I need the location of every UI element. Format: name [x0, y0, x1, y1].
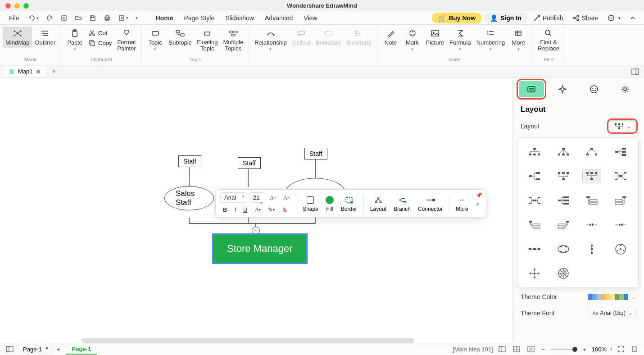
paste-button[interactable]: Paste: [64, 27, 86, 53]
close-window[interactable]: [5, 3, 11, 9]
cut-button[interactable]: Cut: [86, 28, 114, 37]
decrease-font-button[interactable]: A−: [281, 192, 292, 203]
layout-opt-12[interactable]: [612, 194, 630, 207]
picture-button[interactable]: Picture: [423, 27, 447, 48]
more-insert-button[interactable]: More: [508, 27, 529, 53]
add-tab-button[interactable]: +: [49, 67, 59, 76]
layout-opt-2[interactable]: [554, 145, 572, 159]
layout-opt-11[interactable]: [583, 194, 601, 207]
layout-opt-21[interactable]: [526, 267, 544, 280]
pin-icon[interactable]: 📌: [476, 192, 482, 198]
theme-color-swatch[interactable]: [588, 294, 628, 300]
layout-opt-16[interactable]: [612, 218, 630, 232]
mindmap-view-button[interactable]: MindMap: [3, 27, 32, 48]
new-button[interactable]: [58, 13, 70, 23]
document-tab-map1[interactable]: Map1: [4, 66, 45, 77]
panel-tab-icons[interactable]: [581, 81, 607, 97]
layout-opt-6[interactable]: [554, 169, 572, 183]
summary-button[interactable]: Summary: [344, 27, 374, 48]
font-size-select[interactable]: 21: [249, 192, 265, 203]
find-replace-button[interactable]: Find & Replace: [535, 27, 562, 54]
open-button[interactable]: [72, 13, 85, 23]
panel-tab-style[interactable]: [550, 81, 576, 97]
layout-opt-22[interactable]: [554, 267, 572, 280]
numbering-button[interactable]: 12Numbering: [474, 27, 508, 53]
ft-expand-button[interactable]: ◢: [473, 200, 481, 207]
copy-button[interactable]: Copy: [86, 38, 114, 47]
bold-button[interactable]: B: [220, 205, 230, 214]
shape-button[interactable]: Shape: [300, 194, 321, 213]
menu-file[interactable]: File: [5, 13, 24, 23]
save-button[interactable]: [86, 13, 99, 23]
add-page-button[interactable]: +: [55, 345, 62, 354]
increase-font-button[interactable]: A+: [267, 192, 279, 203]
zoom-slider[interactable]: [550, 349, 577, 350]
horizontal-scrollbar[interactable]: [81, 338, 414, 343]
border-button[interactable]: Border: [338, 194, 360, 213]
collapse-toggle[interactable]: −: [252, 227, 260, 235]
relationship-button[interactable]: Relationship: [252, 27, 290, 53]
italic-button[interactable]: I: [231, 205, 239, 214]
layout-opt-17[interactable]: [526, 242, 544, 256]
sign-in-button[interactable]: 👤 Sign In: [484, 13, 528, 23]
canvas[interactable]: Staff Staff Staff Sales Staff − Store Ma…: [0, 78, 512, 343]
minimize-window[interactable]: [14, 3, 20, 9]
layout-opt-8[interactable]: [612, 169, 630, 183]
layout-opt-15[interactable]: [583, 218, 601, 232]
maximize-window[interactable]: [23, 3, 29, 9]
collapse-ribbon[interactable]: [626, 15, 639, 21]
fullscreen-button[interactable]: [616, 345, 626, 353]
view-mode-2[interactable]: [511, 345, 522, 353]
boundary-button[interactable]: Boundary: [313, 27, 344, 48]
menu-page-style[interactable]: Page Style: [179, 13, 219, 23]
multiple-topics-button[interactable]: Multiple Topics: [220, 27, 246, 54]
layout-opt-7[interactable]: [583, 169, 601, 183]
floating-topic-button[interactable]: Floating Topic: [194, 27, 220, 54]
zoom-in[interactable]: +: [581, 345, 588, 354]
formula-button[interactable]: Formula: [447, 27, 474, 53]
undo-button[interactable]: ▾: [26, 13, 41, 23]
note-button[interactable]: Note: [380, 27, 402, 48]
fit-view[interactable]: [526, 345, 536, 353]
layout-opt-10[interactable]: [554, 194, 572, 207]
node-staff-1[interactable]: Staff: [178, 155, 201, 167]
publish-button[interactable]: Publish: [530, 14, 567, 22]
layout-opt-1[interactable]: [526, 145, 544, 159]
callout-button[interactable]: Callout: [290, 27, 313, 48]
font-select[interactable]: Arial: [220, 192, 247, 203]
layout-selector[interactable]: [609, 120, 636, 132]
customize-qat[interactable]: ▾: [133, 14, 141, 22]
view-mode-1[interactable]: [497, 345, 508, 353]
outliner-view-button[interactable]: Outliner: [32, 27, 58, 48]
mark-button[interactable]: Mark: [402, 27, 423, 53]
layout-opt-13[interactable]: [526, 218, 544, 232]
underline-button[interactable]: U: [240, 205, 250, 214]
subtopic-button[interactable]: Subtopic: [166, 27, 195, 48]
format-painter-button[interactable]: Format Painter: [114, 27, 138, 54]
highlight-button[interactable]: ✎▾: [265, 205, 277, 214]
layout-opt-4[interactable]: [612, 145, 630, 159]
print-button[interactable]: [101, 13, 113, 23]
share-button[interactable]: Share: [569, 14, 602, 22]
menu-advanced[interactable]: Advanced: [260, 13, 297, 23]
layout-opt-3[interactable]: [583, 145, 601, 159]
node-sales-staff[interactable]: Sales Staff: [164, 186, 214, 210]
layout-opt-14[interactable]: [554, 218, 572, 232]
node-staff-3[interactable]: Staff: [304, 148, 327, 159]
panel-tab-settings[interactable]: [613, 81, 638, 97]
toggle-left-panel[interactable]: [5, 345, 15, 353]
buy-now-button[interactable]: 🛒 Buy Now: [432, 13, 482, 23]
panel-tab-layout[interactable]: [519, 81, 544, 97]
page-select[interactable]: Page-1: [19, 345, 51, 354]
toggle-side-panel[interactable]: [631, 68, 644, 75]
menu-view[interactable]: View: [299, 13, 322, 23]
connector-button[interactable]: Connector: [415, 194, 445, 213]
export-button[interactable]: ▾: [115, 13, 131, 23]
menu-slideshow[interactable]: Slideshow: [221, 13, 259, 23]
page-tab-1[interactable]: Page-1: [66, 344, 98, 355]
clear-format-button[interactable]: [279, 205, 291, 214]
layout-opt-20[interactable]: [612, 242, 630, 256]
theme-color-dropdown[interactable]: ⌄: [632, 294, 636, 300]
layout-opt-18[interactable]: [554, 242, 572, 256]
help-button[interactable]: ?▾: [604, 14, 624, 22]
